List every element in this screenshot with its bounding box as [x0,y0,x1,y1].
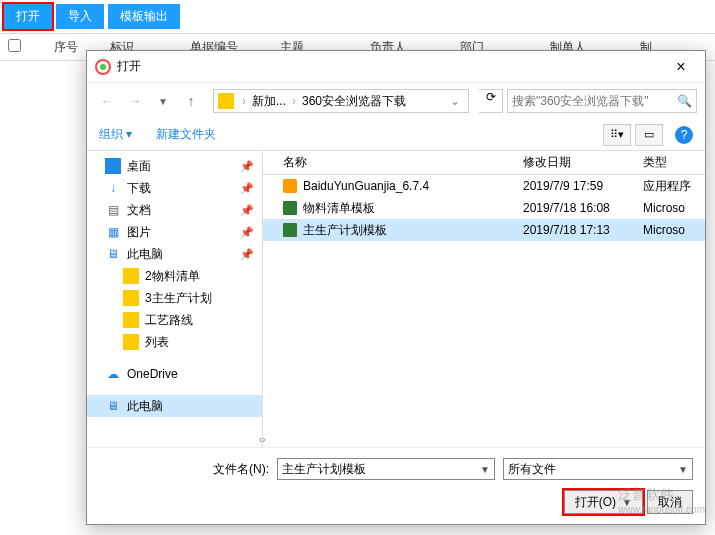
tree-item-label: 此电脑 [127,246,163,263]
pic-icon: ▦ [105,224,121,240]
cloud-icon: ☁ [105,366,121,382]
tree-item[interactable]: 2物料清单 [87,265,262,287]
file-row[interactable]: 物料清单模板2019/7/18 16:08Microso [263,197,705,219]
download-icon: ↓ [105,180,121,196]
pin-icon: 📌 [240,204,254,217]
file-row[interactable]: 主生产计划模板2019/7/18 17:13Microso [263,219,705,241]
folder-icon [218,93,234,109]
tree-item-label: OneDrive [127,367,178,381]
file-list: ‹› 名称 修改日期 类型 BaiduYunGuanjia_6.7.42019/… [263,151,705,447]
nav-bar: ← → ▼ ↑ › 新加... › 360安全浏览器下载 ⌄ ⟳ 🔍 [87,83,705,119]
filetype-select[interactable]: 所有文件 ▼ [503,458,693,480]
tree-item[interactable]: 3主生产计划 [87,287,262,309]
tree-item[interactable]: ↓下载📌 [87,177,262,199]
tree-item[interactable]: 列表 [87,331,262,353]
chevron-down-icon[interactable]: ▼ [480,464,490,475]
doc-icon: ▤ [105,202,121,218]
dialog-footer: 文件名(N): 主生产计划模板 ▼ 所有文件 ▼ 打开(O)▼ 取消 [87,447,705,524]
template-output-button[interactable]: 模板输出 [108,4,180,29]
resize-handle-icon[interactable]: ‹› [259,434,266,445]
open-button[interactable]: 打开 [4,4,52,29]
svg-point-1 [100,64,106,70]
file-list-header: 名称 修改日期 类型 [263,151,705,175]
search-box[interactable]: 🔍 [507,89,697,113]
import-button[interactable]: 导入 [56,4,104,29]
preview-pane-button[interactable]: ▭ [635,124,663,146]
tree-item-label: 2物料清单 [145,268,200,285]
file-name: 主生产计划模板 [303,222,387,239]
organize-menu[interactable]: 组织 ▾ [99,126,132,143]
new-folder-button[interactable]: 新建文件夹 [156,126,216,143]
file-icon [283,201,297,215]
tree-item[interactable]: ☁OneDrive [87,363,262,385]
recent-dropdown[interactable]: ▼ [151,89,175,113]
file-open-dialog: 打开 × ← → ▼ ↑ › 新加... › 360安全浏览器下载 ⌄ ⟳ 🔍 … [86,50,706,525]
chevron-right-icon: › [238,94,250,108]
help-button[interactable]: ? [675,126,693,144]
refresh-button[interactable]: ⟳ [479,89,503,113]
search-icon[interactable]: 🔍 [677,94,692,108]
folder-icon [123,312,139,328]
main-toolbar: 打开 导入 模板输出 [0,0,715,33]
tree-item[interactable]: 🖥此电脑📌 [87,243,262,265]
pin-icon: 📌 [240,160,254,173]
folder-icon [123,268,139,284]
pin-icon: 📌 [240,182,254,195]
col-type[interactable]: 类型 [643,154,705,171]
pc-icon: 🖥 [105,398,121,414]
tree-item-label: 文档 [127,202,151,219]
chevron-down-icon[interactable]: ⌄ [446,94,464,108]
file-type: Microso [643,223,705,237]
tree-item-label: 桌面 [127,158,151,175]
dialog-titlebar: 打开 × [87,51,705,83]
pc-icon: 🖥 [105,246,121,262]
file-date: 2019/7/9 17:59 [523,179,643,193]
breadcrumb-item[interactable]: 360安全浏览器下载 [300,93,408,110]
up-button[interactable]: ↑ [179,89,203,113]
dialog-title: 打开 [117,58,665,75]
tree-item-label: 3主生产计划 [145,290,212,307]
file-date: 2019/7/18 17:13 [523,223,643,237]
filename-input[interactable]: 主生产计划模板 ▼ [277,458,495,480]
tree-item-label: 下载 [127,180,151,197]
tree-item-label: 列表 [145,334,169,351]
file-type: 应用程序 [643,178,705,195]
file-icon [283,179,297,193]
col-name[interactable]: 名称 [263,154,523,171]
chevron-down-icon[interactable]: ▼ [622,497,632,508]
select-all-checkbox[interactable] [8,39,21,52]
search-input[interactable] [512,94,677,108]
desktop-icon [105,158,121,174]
tree-item[interactable]: 🖥此电脑 [87,395,262,417]
file-date: 2019/7/18 16:08 [523,201,643,215]
breadcrumb[interactable]: › 新加... › 360安全浏览器下载 ⌄ [213,89,469,113]
pin-icon: 📌 [240,248,254,261]
back-button[interactable]: ← [95,89,119,113]
close-icon[interactable]: × [665,58,697,76]
view-mode-button[interactable]: ⠿ ▾ [603,124,631,146]
file-icon [283,223,297,237]
file-type: Microso [643,201,705,215]
tree-item-label: 此电脑 [127,398,163,415]
chevron-down-icon[interactable]: ▼ [678,464,688,475]
cancel-button[interactable]: 取消 [647,490,693,514]
file-row[interactable]: BaiduYunGuanjia_6.7.42019/7/9 17:59应用程序 [263,175,705,197]
tree-item[interactable]: ▦图片📌 [87,221,262,243]
col-date[interactable]: 修改日期 [523,154,643,171]
pin-icon: 📌 [240,226,254,239]
chevron-right-icon: › [288,94,300,108]
app-icon [95,59,111,75]
folder-icon [123,334,139,350]
folder-icon [123,290,139,306]
filename-label: 文件名(N): [99,461,269,478]
forward-button[interactable]: → [123,89,147,113]
tree-item-label: 工艺路线 [145,312,193,329]
tree-item[interactable]: ▤文档📌 [87,199,262,221]
tree-item[interactable]: 桌面📌 [87,155,262,177]
folder-tree: 桌面📌↓下载📌▤文档📌▦图片📌🖥此电脑📌2物料清单3主生产计划工艺路线列表☁On… [87,151,263,447]
breadcrumb-item[interactable]: 新加... [250,93,288,110]
tree-item[interactable]: 工艺路线 [87,309,262,331]
open-file-button[interactable]: 打开(O)▼ [564,490,643,514]
file-name: 物料清单模板 [303,200,375,217]
file-name: BaiduYunGuanjia_6.7.4 [303,179,429,193]
